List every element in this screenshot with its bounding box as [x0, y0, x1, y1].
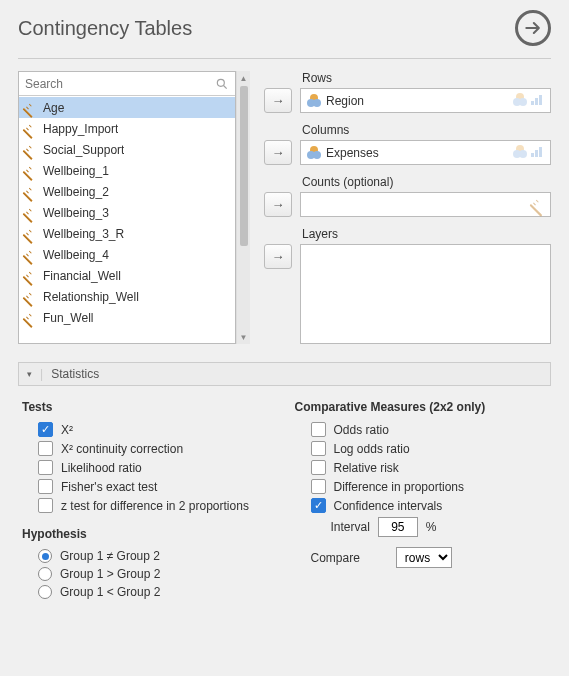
variable-item[interactable]: Wellbeing_1 — [19, 160, 235, 181]
checkbox-label: Odds ratio — [334, 423, 389, 437]
checkbox-label: X² — [61, 423, 73, 437]
nominal-icon — [513, 93, 527, 107]
checkbox-label: Difference in proportions — [334, 480, 465, 494]
radio-label: Group 1 ≠ Group 2 — [60, 549, 160, 563]
continuous-icon — [21, 308, 41, 328]
checkbox-ztest[interactable] — [38, 498, 53, 513]
hypothesis-heading: Hypothesis — [22, 527, 275, 541]
arrow-right-icon: → — [272, 93, 285, 108]
assign-layers-button[interactable]: → — [264, 244, 292, 269]
continuous-icon — [21, 182, 41, 202]
scroll-down-icon[interactable]: ▼ — [237, 330, 250, 344]
variable-name: Wellbeing_3 — [43, 206, 109, 220]
compare-select[interactable]: rows — [396, 547, 452, 568]
variable-item[interactable]: Wellbeing_3 — [19, 202, 235, 223]
svg-point-0 — [217, 79, 224, 86]
nominal-icon — [307, 146, 321, 160]
columns-field[interactable]: Expenses — [300, 140, 551, 165]
variable-name: Social_Support — [43, 143, 124, 157]
checkbox-diffprop[interactable] — [311, 479, 326, 494]
page-title: Contingency Tables — [18, 17, 192, 40]
interval-label: Interval — [331, 520, 370, 534]
checkbox-label: z test for difference in 2 proportions — [61, 499, 249, 513]
checkbox-logodds[interactable] — [311, 441, 326, 456]
checkbox-likelihood[interactable] — [38, 460, 53, 475]
columns-label: Columns — [302, 123, 551, 137]
assign-rows-button[interactable]: → — [264, 88, 292, 113]
radio-label: Group 1 > Group 2 — [60, 567, 160, 581]
variable-name: Happy_Import — [43, 122, 118, 136]
interval-input[interactable] — [378, 517, 418, 537]
variable-list[interactable]: AgeHappy_ImportSocial_SupportWellbeing_1… — [18, 71, 236, 344]
search-input[interactable] — [25, 77, 215, 91]
checkbox-odds[interactable] — [311, 422, 326, 437]
variable-item[interactable]: Wellbeing_2 — [19, 181, 235, 202]
continuous-icon — [528, 194, 548, 214]
scroll-up-icon[interactable]: ▲ — [237, 71, 250, 85]
radio-lt[interactable] — [38, 585, 52, 599]
checkbox-label: Log odds ratio — [334, 442, 410, 456]
variable-item[interactable]: Age — [19, 97, 235, 118]
continuous-icon — [21, 224, 41, 244]
continuous-icon — [21, 140, 41, 160]
comparative-heading: Comparative Measures (2x2 only) — [295, 400, 548, 414]
continuous-icon — [21, 245, 41, 265]
continuous-icon — [21, 203, 41, 223]
continuous-icon — [21, 98, 41, 118]
variable-item[interactable]: Wellbeing_4 — [19, 244, 235, 265]
checkbox-relrisk[interactable] — [311, 460, 326, 475]
nominal-icon — [513, 145, 527, 159]
variable-name: Wellbeing_3_R — [43, 227, 124, 241]
rows-value: Region — [326, 94, 364, 108]
interval-suffix: % — [426, 520, 437, 534]
checkbox-label: X² continuity correction — [61, 442, 183, 456]
compare-label: Compare — [311, 551, 360, 565]
variable-name: Relationship_Well — [43, 290, 139, 304]
variable-item[interactable]: Wellbeing_3_R — [19, 223, 235, 244]
checkbox-label: Relative risk — [334, 461, 399, 475]
scroll-thumb[interactable] — [240, 86, 248, 246]
checkbox-label: Confidence intervals — [334, 499, 443, 513]
tests-heading: Tests — [22, 400, 275, 414]
scrollbar[interactable]: ▲ ▼ — [236, 71, 250, 344]
checkbox-label: Fisher's exact test — [61, 480, 157, 494]
continuous-icon — [21, 161, 41, 181]
checkbox-chi2[interactable]: ✓ — [38, 422, 53, 437]
counts-field[interactable] — [300, 192, 551, 217]
assign-columns-button[interactable]: → — [264, 140, 292, 165]
checkbox-label: Likelihood ratio — [61, 461, 142, 475]
radio-neq[interactable] — [38, 549, 52, 563]
variable-item[interactable]: Happy_Import — [19, 118, 235, 139]
separator: | — [40, 367, 43, 381]
checkbox-ci[interactable]: ✓ — [311, 498, 326, 513]
statistics-panel-header[interactable]: ▾ | Statistics — [18, 362, 551, 386]
arrow-right-icon: → — [272, 249, 285, 264]
rows-field[interactable]: Region — [300, 88, 551, 113]
variable-name: Wellbeing_2 — [43, 185, 109, 199]
rows-label: Rows — [302, 71, 551, 85]
arrow-right-icon — [523, 18, 543, 38]
checkbox-fisher[interactable] — [38, 479, 53, 494]
run-button[interactable] — [515, 10, 551, 46]
variable-item[interactable]: Financial_Well — [19, 265, 235, 286]
radio-label: Group 1 < Group 2 — [60, 585, 160, 599]
variable-item[interactable]: Relationship_Well — [19, 286, 235, 307]
columns-value: Expenses — [326, 146, 379, 160]
checkbox-chi2-continuity[interactable] — [38, 441, 53, 456]
variable-item[interactable]: Fun_Well — [19, 307, 235, 328]
ordinal-icon — [531, 145, 545, 157]
variable-name: Wellbeing_4 — [43, 248, 109, 262]
search-icon — [215, 77, 229, 91]
variable-name: Wellbeing_1 — [43, 164, 109, 178]
radio-gt[interactable] — [38, 567, 52, 581]
variable-item[interactable]: Social_Support — [19, 139, 235, 160]
layers-field[interactable] — [300, 244, 551, 344]
statistics-panel-title: Statistics — [51, 367, 99, 381]
chevron-down-icon: ▾ — [27, 369, 32, 379]
arrow-right-icon: → — [272, 145, 285, 160]
variable-name: Financial_Well — [43, 269, 121, 283]
nominal-icon — [307, 94, 321, 108]
assign-counts-button[interactable]: → — [264, 192, 292, 217]
continuous-icon — [21, 287, 41, 307]
arrow-right-icon: → — [272, 197, 285, 212]
